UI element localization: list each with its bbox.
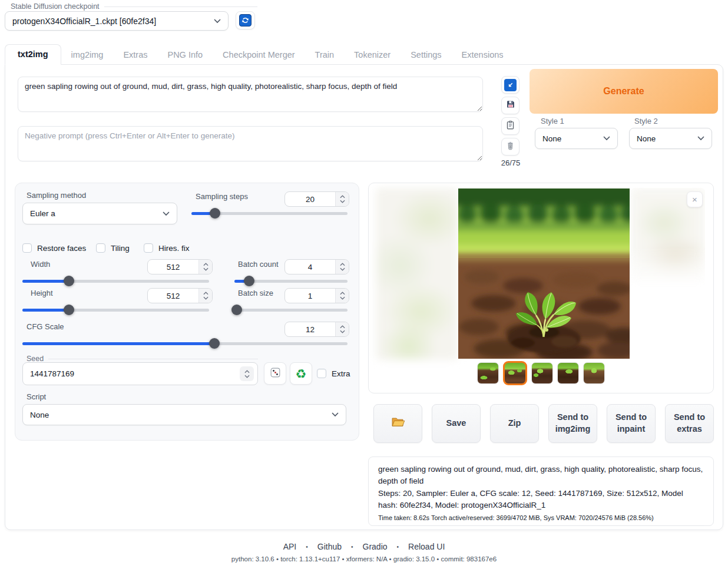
tab-checkpoint-merger[interactable]: Checkpoint Merger (213, 45, 305, 64)
open-folder-button[interactable] (373, 404, 422, 443)
save-style-button[interactable] (501, 97, 519, 114)
result-gallery: × (368, 183, 714, 393)
checkpoint-value: protogenX34OfficialR_1.ckpt [60fe2f34] (12, 16, 214, 26)
script-label: Script (27, 392, 46, 401)
generated-image[interactable] (458, 188, 630, 359)
gallery-thumbnail[interactable] (531, 362, 553, 384)
gallery-thumbnail[interactable] (557, 362, 579, 384)
checkbox-icon[interactable] (22, 243, 32, 253)
batch-size-input[interactable]: 1 (284, 288, 349, 303)
tab-png-info[interactable]: PNG Info (157, 45, 213, 64)
script-value: None (30, 411, 332, 419)
arrow-down-left-icon (504, 79, 517, 91)
tab-extensions[interactable]: Extensions (452, 45, 514, 64)
clipboard-icon (505, 120, 515, 133)
width-slider[interactable] (22, 276, 209, 286)
stepper-arrows[interactable] (198, 289, 212, 303)
height-input[interactable]: 512 (147, 288, 213, 303)
legend-line (104, 6, 257, 7)
style2-select[interactable]: None (629, 128, 712, 149)
gallery-thumbnail-selected[interactable] (503, 361, 527, 385)
seed-label: Seed (27, 355, 44, 363)
width-input[interactable]: 512 (147, 259, 213, 274)
stepper-arrows[interactable] (335, 289, 349, 303)
hires-fix-label: Hires. fix (158, 244, 190, 253)
dot-separator: • (306, 544, 308, 550)
send-to-img2img-button[interactable]: Send to img2img (548, 404, 597, 443)
height-slider[interactable] (22, 305, 209, 315)
batch-size-slider[interactable] (234, 305, 348, 315)
cfg-scale-slider[interactable] (22, 338, 348, 349)
width-value: 512 (148, 260, 198, 274)
batch-count-slider[interactable] (234, 276, 348, 286)
stable-diffusion-webui: Stable Diffusion checkpoint protogenX34O… (0, 0, 728, 569)
apply-style-button[interactable] (501, 117, 519, 135)
clear-prompt-button[interactable] (501, 138, 519, 156)
gallery-thumbnail[interactable] (477, 362, 499, 384)
tab-img2img[interactable]: img2img (61, 45, 114, 64)
generate-button[interactable]: Generate (530, 69, 718, 114)
gallery-thumbnail[interactable] (583, 362, 605, 384)
stepper-arrows[interactable] (335, 322, 349, 336)
cfg-scale-input[interactable]: 12 (284, 322, 349, 337)
trash-icon (505, 141, 515, 153)
tiling-checkbox[interactable]: Tiling (96, 243, 130, 253)
checkpoint-select[interactable]: protogenX34OfficialR_1.ckpt [60fe2f34] (5, 11, 229, 31)
send-to-extras-label: Send to extras (671, 412, 707, 435)
restore-faces-label: Restore faces (37, 244, 86, 253)
footer-link-api[interactable]: API (283, 542, 297, 551)
footer-link-reload-ui[interactable]: Reload UI (408, 542, 445, 551)
sampling-method-value: Euler a (30, 209, 163, 218)
restore-faces-checkbox[interactable]: Restore faces (22, 243, 86, 253)
stepper-arrows[interactable] (198, 260, 212, 274)
save-button[interactable]: Save (432, 404, 481, 443)
refresh-checkpoint-button[interactable] (236, 11, 255, 29)
send-to-inpaint-label: Send to inpaint (613, 412, 649, 435)
generate-label: Generate (603, 86, 644, 97)
floppy-disk-icon (505, 99, 516, 112)
generation-info-params: Steps: 20, Sampler: Euler a, CFG scale: … (378, 488, 704, 512)
seed-value: 1441787169 (30, 369, 74, 378)
send-to-inpaint-button[interactable]: Send to inpaint (607, 404, 656, 443)
tab-extras[interactable]: Extras (113, 45, 157, 64)
stepper-arrows[interactable] (335, 260, 349, 274)
generation-info-panel: green sapling rowing out of ground, mud,… (368, 456, 714, 526)
sampling-method-select[interactable]: Euler a (22, 203, 177, 224)
stepper-arrows[interactable] (335, 192, 349, 206)
paste-generation-params-button[interactable] (501, 76, 519, 94)
sampling-steps-slider[interactable] (191, 208, 348, 219)
negative-prompt-input[interactable] (18, 126, 483, 161)
footer-links: API • Github • Gradio • Reload UI (0, 542, 728, 551)
random-seed-button[interactable] (264, 362, 286, 385)
tab-tokenizer[interactable]: Tokenizer (344, 45, 401, 64)
token-counter: 26/75 (498, 158, 523, 167)
tab-txt2img[interactable]: txt2img (5, 44, 61, 65)
extra-seed-checkbox[interactable]: Extra (317, 369, 350, 378)
sampling-steps-input[interactable]: 20 (284, 191, 349, 207)
chevron-down-icon (697, 136, 704, 141)
tab-settings[interactable]: Settings (401, 45, 451, 64)
checkbox-icon[interactable] (144, 243, 153, 253)
prompt-input[interactable]: green sapling rowing out of ground, mud,… (18, 77, 483, 112)
batch-size-label: Batch size (238, 289, 273, 297)
cfg-scale-value: 12 (285, 322, 335, 336)
hires-fix-checkbox[interactable]: Hires. fix (144, 243, 190, 253)
style2-value: None (637, 134, 697, 143)
checkbox-icon[interactable] (96, 243, 105, 253)
zip-button[interactable]: Zip (490, 404, 539, 443)
close-gallery-button[interactable]: × (687, 191, 703, 207)
seed-input[interactable]: 1441787169 (22, 362, 258, 385)
reuse-seed-button[interactable]: ♻ (290, 362, 312, 385)
batch-count-input[interactable]: 4 (284, 259, 349, 274)
tiling-label: Tiling (111, 244, 130, 253)
footer-link-github[interactable]: Github (317, 542, 342, 551)
send-to-extras-button[interactable]: Send to extras (665, 404, 714, 443)
dice-icon (269, 366, 282, 381)
checkbox-icon[interactable] (317, 369, 326, 378)
script-select[interactable]: None (22, 404, 346, 425)
tab-train[interactable]: Train (305, 45, 345, 64)
gallery-side-blur (376, 188, 458, 360)
style1-select[interactable]: None (535, 128, 618, 149)
footer-link-gradio[interactable]: Gradio (363, 542, 388, 551)
stepper-arrows[interactable] (240, 366, 254, 381)
